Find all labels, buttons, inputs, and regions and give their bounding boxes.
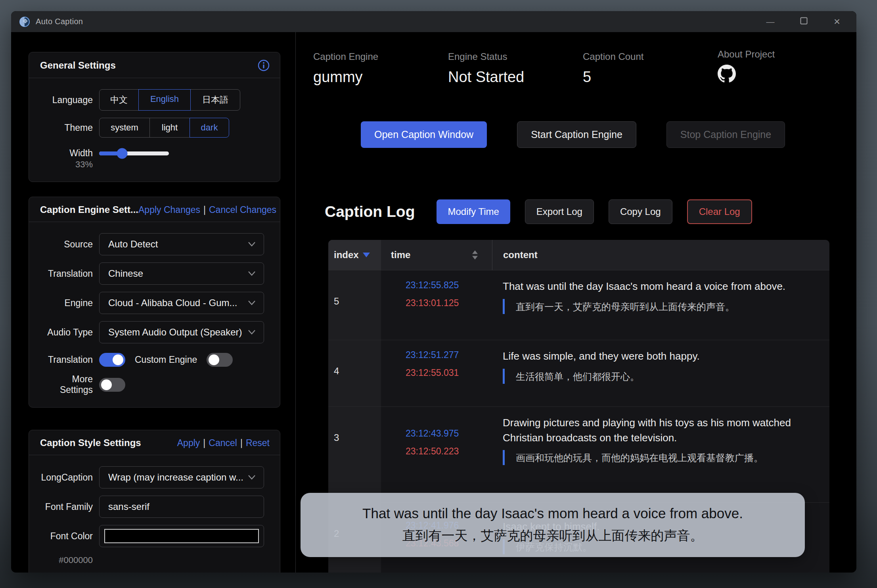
caption-count-stat-value: 5: [583, 69, 718, 86]
end-time: 23:12:50.223: [406, 447, 492, 456]
caption-style-settings-panel: Caption Style Settings Apply|Cancel|Rese…: [29, 430, 280, 573]
chevron-down-icon: [248, 271, 256, 276]
row-time: 23:12:51.277 23:12:55.031: [381, 340, 492, 406]
theme-option-system[interactable]: system: [99, 118, 150, 138]
language-option-en[interactable]: English: [138, 89, 191, 111]
caption-engine-stat-value: gummy: [313, 69, 448, 86]
width-value: 33%: [40, 159, 93, 170]
app-window: Auto Caption — ✕ General Settings: [11, 11, 856, 573]
start-caption-engine-button[interactable]: Start Caption Engine: [517, 121, 636, 148]
time-column-header[interactable]: time: [381, 240, 492, 270]
start-time: 23:12:55.825: [406, 281, 492, 290]
link-separator: |: [240, 438, 243, 448]
translation-select-label: Translation: [40, 268, 93, 279]
engine-label: Engine: [40, 298, 93, 308]
row-index: 3: [328, 407, 381, 502]
row-index: 5: [328, 270, 381, 340]
link-separator: |: [203, 205, 206, 215]
theme-option-light[interactable]: light: [149, 118, 190, 138]
translation-toggle[interactable]: [99, 353, 125, 367]
caption-log-header: Caption Log Modify Time Export Log Copy …: [325, 199, 856, 224]
row-content: Drawing pictures and playing with his to…: [492, 407, 829, 502]
export-log-button[interactable]: Export Log: [525, 199, 594, 224]
caption-engine-stat-label: Caption Engine: [313, 51, 448, 62]
index-column-header[interactable]: index: [328, 240, 381, 270]
caption-style-settings-title: Caption Style Settings: [40, 437, 141, 448]
settings-sidebar: General Settings Language 中文 English 日本語: [11, 32, 296, 573]
general-settings-title: General Settings: [40, 60, 116, 71]
engine-status-stat-label: Engine Status: [448, 51, 583, 62]
language-option-zh[interactable]: 中文: [99, 89, 139, 111]
apply-changes-link[interactable]: Apply Changes: [138, 205, 200, 215]
github-icon[interactable]: [718, 65, 736, 83]
engine-action-buttons: Open Caption Window Start Caption Engine…: [361, 121, 856, 148]
theme-option-dark[interactable]: dark: [190, 118, 229, 138]
long-caption-select[interactable]: Wrap (may increase caption w...: [99, 466, 264, 488]
font-color-swatch: [104, 529, 259, 543]
row-time: 23:12:43.975 23:12:50.223: [381, 407, 492, 502]
status-row: Caption Engine gummy Engine Status Not S…: [296, 32, 856, 86]
theme-label: Theme: [40, 123, 93, 133]
theme-segmented-control: system light dark: [99, 118, 270, 138]
custom-engine-label: Custom Engine: [135, 354, 197, 365]
caption-engine-settings-title: Caption Engine Sett...: [40, 204, 138, 215]
table-row: 4 23:12:51.277 23:12:55.031 Life was sim…: [328, 340, 829, 407]
row-index: 4: [328, 340, 381, 406]
style-reset-link[interactable]: Reset: [246, 438, 270, 448]
style-cancel-link[interactable]: Cancel: [209, 438, 237, 448]
content-column-header: content: [492, 240, 829, 270]
modify-time-button[interactable]: Modify Time: [437, 199, 510, 224]
link-separator: |: [203, 438, 205, 448]
info-icon[interactable]: [258, 59, 270, 71]
translation-select[interactable]: Chinese: [99, 262, 264, 285]
stop-caption-engine-button[interactable]: Stop Caption Engine: [666, 121, 785, 148]
maximize-button[interactable]: [798, 17, 810, 27]
main-area: Caption Engine gummy Engine Status Not S…: [296, 32, 856, 573]
font-color-hex: #000000: [40, 555, 93, 565]
audio-type-select[interactable]: System Audio Output (Speaker): [99, 321, 264, 343]
chevron-down-icon: [248, 241, 256, 247]
app-globe-icon: [19, 16, 30, 27]
more-settings-toggle[interactable]: [99, 378, 125, 392]
source-label: Source: [40, 239, 93, 250]
copy-log-button[interactable]: Copy Log: [609, 199, 672, 224]
width-slider-knob[interactable]: [117, 148, 128, 159]
caption-count-stat-label: Caption Count: [583, 51, 718, 62]
source-select[interactable]: Auto Detect: [99, 233, 264, 255]
clear-log-button[interactable]: Clear Log: [687, 199, 752, 224]
more-settings-label: More Settings: [40, 374, 93, 395]
audio-type-label: Audio Type: [40, 327, 93, 338]
title-bar: Auto Caption — ✕: [11, 11, 856, 32]
close-button[interactable]: ✕: [831, 17, 843, 27]
caption-translation: 生活很简单，他们都很开心。: [505, 368, 640, 385]
font-family-label: Font Family: [40, 502, 93, 512]
row-content: That was until the day Isaac's mom heard…: [492, 270, 829, 340]
general-settings-panel: General Settings Language 中文 English 日本語: [29, 52, 280, 182]
language-option-ja[interactable]: 日本語: [190, 89, 240, 111]
language-segmented-control: 中文 English 日本語: [99, 89, 270, 111]
end-time: 23:12:55.031: [406, 368, 492, 377]
long-caption-label: LongCaption: [40, 472, 93, 483]
open-caption-window-button[interactable]: Open Caption Window: [361, 121, 487, 148]
font-color-label: Font Color: [40, 531, 93, 542]
caption-text: Life was simple, and they were both happ…: [503, 349, 818, 364]
style-apply-link[interactable]: Apply: [177, 438, 200, 448]
chevron-down-icon: [248, 475, 256, 480]
about-project-label: About Project: [718, 49, 852, 60]
custom-engine-toggle[interactable]: [207, 353, 233, 367]
chevron-down-icon: [248, 300, 256, 306]
caption-log-title: Caption Log: [325, 203, 415, 220]
cancel-changes-link[interactable]: Cancel Changes: [209, 205, 276, 215]
caption-overlay-window[interactable]: That was until the day Isaac's mom heard…: [301, 493, 805, 557]
engine-select[interactable]: Cloud - Alibaba Cloud - Gum...: [99, 292, 264, 314]
row-content: Life was simple, and they were both happ…: [492, 340, 829, 406]
width-label: Width: [40, 148, 93, 159]
caption-text: That was until the day Isaac's mom heard…: [503, 279, 818, 294]
font-color-picker[interactable]: [99, 525, 264, 547]
width-slider[interactable]: [99, 151, 169, 155]
caption-engine-settings-panel: Caption Engine Sett... Apply Changes|Can…: [29, 197, 280, 408]
sort-icons: [472, 251, 478, 260]
minimize-button[interactable]: —: [764, 17, 776, 27]
overlay-caption-translation: 直到有一天，艾萨克的母亲听到从上面传来的声音。: [402, 527, 703, 545]
font-family-input[interactable]: sans-serif: [99, 496, 264, 518]
